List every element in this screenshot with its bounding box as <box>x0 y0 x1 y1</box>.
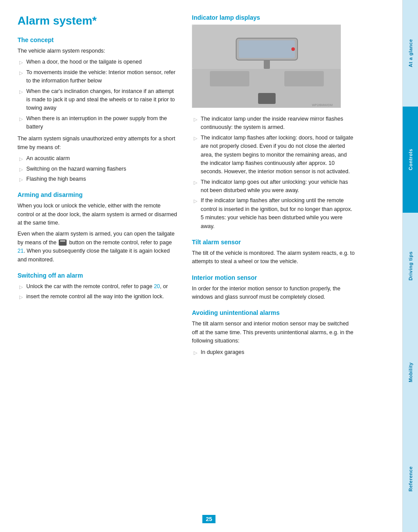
bullet-arrow-icon: ▷ <box>194 179 197 186</box>
indicator-lamp-image: WP2/BMW/DM <box>192 25 341 108</box>
bullet-arrow-icon: ▷ <box>19 115 23 123</box>
list-item: ▷The indicator lamp goes out after unloc… <box>192 178 355 195</box>
side-tabs: At a glance Controls Driving tips Mobili… <box>402 0 418 532</box>
interior-text: In order for the interior motion sensor … <box>192 285 355 302</box>
list-item: ▷ Unlock the car with the remote control… <box>18 282 178 291</box>
bullet-arrow-icon: ▷ <box>19 59 23 66</box>
left-column: Alarm system* The concept The vehicle al… <box>18 14 188 518</box>
list-item: ▷The indicator lamp flashes after lockin… <box>192 134 355 176</box>
section-heading-tilt: Tilt alarm sensor <box>192 239 355 246</box>
section-heading-indicator: Indicator lamp displays <box>192 14 355 21</box>
concept-bullets2: ▷An acoustic alarm ▷Switching on the haz… <box>18 154 178 183</box>
list-item: ▷The indicator lamp under the inside rea… <box>192 115 355 132</box>
svg-rect-7 <box>210 71 249 86</box>
page-number: 25 <box>202 515 216 523</box>
tilt-text: The tilt of the vehicle is monitored. Th… <box>192 249 355 266</box>
bullet-arrow-icon: ▷ <box>19 283 23 291</box>
page-link-20[interactable]: 20 <box>154 283 160 289</box>
tab-driving-tips[interactable]: Driving tips <box>402 213 418 319</box>
tab-at-a-glance[interactable]: At a glance <box>402 0 418 107</box>
right-column: Indicator lamp displays <box>188 14 355 518</box>
concept-bullets: ▷When a door, the hood or the tailgate i… <box>18 58 178 131</box>
section-heading-interior: Interior motion sensor <box>192 274 355 281</box>
section-heading-avoiding: Avoiding unintentional alarms <box>192 309 355 316</box>
bullet-arrow-icon: ▷ <box>19 88 23 96</box>
concept-text1: The alarm system signals unauthorized en… <box>18 135 178 152</box>
remote-control-icon <box>59 239 67 246</box>
list-item: ▷When a door, the hood or the tailgate i… <box>18 58 178 66</box>
list-item: ▷In duplex garages <box>192 348 355 357</box>
list-item: ▷Flashing the high beams <box>18 175 178 183</box>
page-title: Alarm system* <box>18 14 178 28</box>
switching-bullets: ▷ Unlock the car with the remote control… <box>18 282 178 301</box>
svg-rect-8 <box>284 71 324 86</box>
bullet-arrow-icon: ▷ <box>194 116 197 123</box>
page-number-area: 25 <box>202 515 216 523</box>
page-link-21[interactable]: 21 <box>18 248 24 254</box>
list-item: ▷When the car's inclination changes, for… <box>18 87 178 113</box>
list-item: ▷To movements inside the vehicle: Interi… <box>18 68 178 86</box>
list-item: ▷Switching on the hazard warning flasher… <box>18 165 178 173</box>
list-item: ▷An acoustic alarm <box>18 154 178 163</box>
svg-point-5 <box>291 47 295 51</box>
svg-rect-4 <box>264 60 270 69</box>
concept-intro: The vehicle alarm system responds: <box>18 47 178 55</box>
main-content: Alarm system* The concept The vehicle al… <box>0 0 418 532</box>
list-item: ▷If the indicator lamp flashes after unl… <box>192 196 355 231</box>
indicator-image-inner: WP2/BMW/DM <box>192 25 340 107</box>
indicator-bullets: ▷The indicator lamp under the inside rea… <box>192 115 355 231</box>
list-item: ▷ insert the remote control all the way … <box>18 293 178 301</box>
arming-text1: When you lock or unlock the vehicle, eit… <box>18 202 178 227</box>
bullet-arrow-icon: ▷ <box>19 155 23 163</box>
svg-rect-3 <box>239 40 295 58</box>
tab-controls[interactable]: Controls <box>402 107 418 213</box>
bullet-arrow-icon: ▷ <box>194 349 197 357</box>
avoiding-bullets: ▷In duplex garages <box>192 348 355 357</box>
page-container: Alarm system* The concept The vehicle al… <box>0 0 418 532</box>
bullet-arrow-icon: ▷ <box>19 69 23 77</box>
bullet-arrow-icon: ▷ <box>194 135 197 142</box>
section-heading-switching: Switching off an alarm <box>18 272 178 279</box>
svg-text:WP2/BMW/DM: WP2/BMW/DM <box>312 104 333 107</box>
tab-mobility[interactable]: Mobility <box>402 319 418 426</box>
avoiding-text: The tilt alarm sensor and interior motio… <box>192 320 355 345</box>
bullet-arrow-icon: ▷ <box>19 293 23 301</box>
list-item: ▷When there is an interruption in the po… <box>18 114 178 132</box>
indicator-svg: WP2/BMW/DM <box>192 25 341 108</box>
bullet-arrow-icon: ▷ <box>19 176 23 183</box>
arming-text2: Even when the alarm system is armed, you… <box>18 230 178 264</box>
section-heading-arming: Arming and disarming <box>18 191 178 198</box>
tab-reference[interactable]: Reference <box>402 425 418 532</box>
section-heading-concept: The concept <box>18 36 178 43</box>
svg-rect-9 <box>258 93 276 104</box>
bullet-arrow-icon: ▷ <box>194 197 197 205</box>
bullet-arrow-icon: ▷ <box>19 166 23 173</box>
